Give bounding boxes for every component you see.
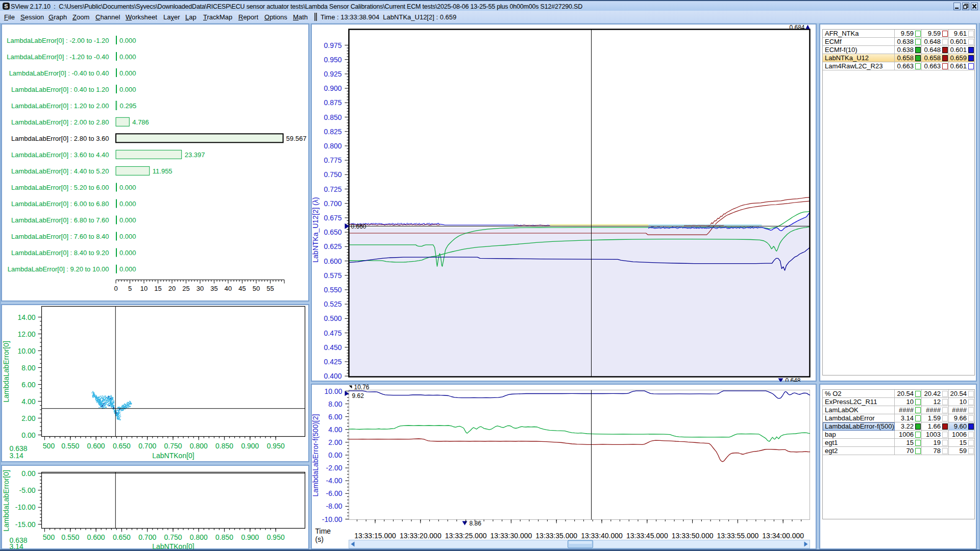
svg-text:10: 10	[140, 285, 148, 292]
svg-text:4.00: 4.00	[328, 425, 342, 434]
svg-text:-2.00: -2.00	[326, 464, 342, 472]
svg-text:0.900: 0.900	[324, 84, 341, 92]
svg-text:0.800: 0.800	[324, 142, 341, 150]
svg-text:0.684: 0.684	[789, 24, 804, 31]
svg-text:20: 20	[168, 285, 176, 292]
svg-text:14.00: 14.00	[17, 313, 35, 321]
svg-text:13:33:15.000: 13:33:15.000	[354, 532, 396, 540]
svg-text:55: 55	[266, 285, 274, 292]
svg-text:LambdaLabError[0] : 2.80 to 3.: LambdaLabError[0] : 2.80 to 3.60	[11, 135, 109, 142]
svg-text:0.900: 0.900	[241, 442, 259, 450]
svg-text:59.567: 59.567	[286, 135, 307, 142]
svg-text:0.00: 0.00	[21, 431, 35, 439]
svg-text:LambdaLabError[0] : 5.20 to 6.: LambdaLabError[0] : 5.20 to 6.00	[11, 184, 109, 191]
svg-text:8.86: 8.86	[470, 520, 482, 527]
svg-text:15: 15	[154, 285, 161, 292]
svg-text:0.550: 0.550	[61, 533, 79, 541]
svg-text:45: 45	[238, 285, 246, 292]
svg-text:0.000: 0.000	[119, 69, 136, 77]
svg-text:-15.00: -15.00	[15, 520, 36, 529]
svg-text:13:33:50.000: 13:33:50.000	[672, 532, 714, 540]
svg-text:LambdaLabError[0] : 2.00 to 2.: LambdaLabError[0] : 2.00 to 2.80	[11, 118, 109, 126]
svg-text:0.950: 0.950	[267, 533, 285, 541]
svg-text:0.295: 0.295	[120, 102, 137, 110]
svg-text:2.00: 2.00	[21, 414, 35, 422]
svg-text:0.475: 0.475	[324, 329, 341, 337]
svg-text:0.000: 0.000	[119, 37, 136, 44]
svg-text:23.397: 23.397	[185, 151, 205, 159]
svg-text:4.786: 4.786	[132, 118, 149, 126]
svg-text:0.000: 0.000	[119, 265, 136, 273]
svg-text:0.700: 0.700	[324, 199, 341, 208]
svg-text:0.450: 0.450	[324, 343, 341, 352]
svg-text:13:33:40.000: 13:33:40.000	[581, 532, 623, 540]
svg-text:0.000: 0.000	[119, 216, 136, 224]
svg-text:3.14: 3.14	[10, 452, 23, 460]
svg-text:LambdaLabError[0] : 6.00 to 6.: LambdaLabError[0] : 6.00 to 6.80	[11, 200, 109, 208]
svg-text:0: 0	[114, 285, 117, 292]
svg-text:0.425: 0.425	[324, 358, 341, 366]
svg-text:0.825: 0.825	[324, 128, 341, 136]
svg-text:10.00: 10.00	[17, 347, 35, 355]
svg-text:0.925: 0.925	[324, 70, 341, 78]
svg-text:0.900: 0.900	[241, 533, 259, 541]
svg-text:LambdaLabError[0] : -2.00 to -: LambdaLabError[0] : -2.00 to -1.20	[7, 37, 109, 44]
svg-text:0.600: 0.600	[324, 257, 341, 265]
svg-text:0.950: 0.950	[267, 442, 285, 450]
svg-text:0.950: 0.950	[324, 56, 341, 64]
svg-text:0.675: 0.675	[324, 214, 341, 222]
svg-text:0.650: 0.650	[113, 442, 131, 450]
svg-text:0.850: 0.850	[215, 533, 233, 541]
svg-text:LambdaLabError[0] : 3.60 to 4.: LambdaLabError[0] : 3.60 to 4.40	[11, 151, 109, 159]
svg-text:0.000: 0.000	[119, 200, 136, 208]
svg-text:0.00: 0.00	[328, 451, 342, 459]
svg-text:13:33:45.000: 13:33:45.000	[626, 532, 668, 540]
svg-text:13:33:35.000: 13:33:35.000	[535, 532, 577, 540]
svg-text:0.850: 0.850	[324, 113, 341, 121]
svg-text:0.975: 0.975	[324, 41, 341, 49]
svg-text:13:34:00.000: 13:34:00.000	[762, 532, 804, 540]
svg-text:500: 500	[43, 442, 55, 450]
svg-text:6.00: 6.00	[328, 413, 342, 421]
svg-text:0.850: 0.850	[215, 442, 233, 450]
svg-text:0.600: 0.600	[87, 533, 105, 541]
svg-text:0.775: 0.775	[324, 156, 341, 164]
svg-text:LambdaLabError[0] : 6.80 to 7.: LambdaLabError[0] : 6.80 to 7.60	[11, 216, 109, 224]
svg-text:13:33:25.000: 13:33:25.000	[445, 532, 487, 540]
svg-text:0.725: 0.725	[324, 185, 341, 193]
svg-text:LabNTKon[0]: LabNTKon[0]	[152, 542, 194, 550]
svg-text:0.800: 0.800	[190, 442, 208, 450]
svg-text:6.00: 6.00	[21, 381, 35, 389]
svg-text:LambdaLabError[0] : 8.40 to 9.: LambdaLabError[0] : 8.40 to 9.20	[11, 249, 109, 257]
svg-text:LambdaLabError-f(500)[2]: LambdaLabError-f(500)[2]	[311, 414, 320, 497]
svg-text:0.875: 0.875	[324, 98, 341, 107]
svg-text:4.00: 4.00	[21, 397, 35, 406]
svg-text:0.000: 0.000	[119, 233, 136, 240]
svg-text:0.800: 0.800	[190, 533, 208, 541]
svg-text:0.650: 0.650	[113, 533, 131, 541]
svg-text:12.00: 12.00	[17, 330, 35, 338]
svg-text:(s): (s)	[315, 535, 324, 543]
svg-text:0.400: 0.400	[324, 372, 341, 380]
svg-text:0.750: 0.750	[324, 170, 341, 179]
svg-text:-4.00: -4.00	[326, 477, 342, 485]
svg-text:40: 40	[225, 285, 232, 292]
svg-text:LambdaLabError[0] : 9.20 to 10: LambdaLabError[0] : 9.20 to 10.00	[8, 265, 109, 273]
svg-text:0.700: 0.700	[138, 442, 156, 450]
svg-text:0.000: 0.000	[119, 249, 136, 257]
svg-text:0.000: 0.000	[119, 53, 136, 61]
svg-text:0.700: 0.700	[138, 533, 156, 541]
svg-text:8.00: 8.00	[21, 364, 35, 372]
svg-text:35: 35	[210, 285, 217, 292]
svg-text:-10.00: -10.00	[322, 515, 342, 523]
svg-text:0.660: 0.660	[351, 223, 366, 230]
svg-text:11.955: 11.955	[153, 167, 173, 175]
svg-text:-10.00: -10.00	[15, 503, 36, 511]
svg-text:0.550: 0.550	[61, 442, 79, 450]
svg-text:LambdaLabError[0]: LambdaLabError[0]	[2, 470, 10, 532]
svg-text:0.625: 0.625	[324, 242, 341, 251]
svg-text:LambdaLabError[0] : 0.40 to 1.: LambdaLabError[0] : 0.40 to 1.20	[11, 86, 109, 93]
svg-text:0.00: 0.00	[21, 469, 35, 478]
svg-text:13:33:55.000: 13:33:55.000	[717, 532, 759, 540]
svg-text:13:33:30.000: 13:33:30.000	[491, 532, 532, 540]
